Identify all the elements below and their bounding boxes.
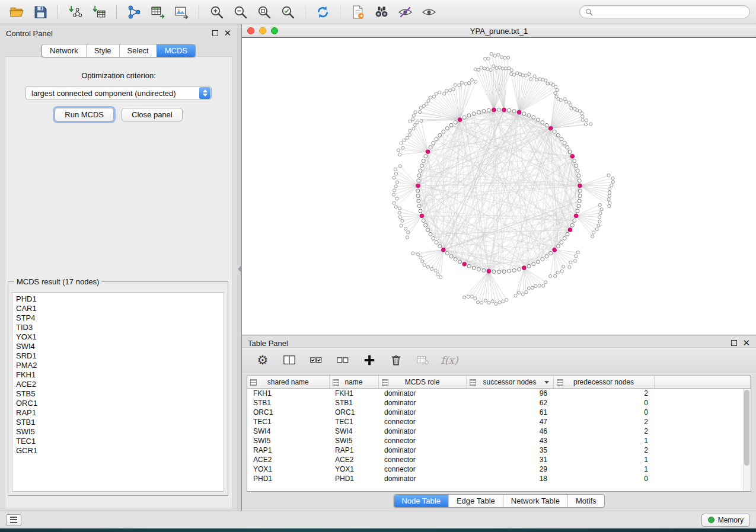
- fx-icon: f(x): [441, 354, 458, 366]
- select-all-columns-button[interactable]: [307, 351, 325, 369]
- table-cell: PHD1: [247, 474, 329, 483]
- tab-edge-table[interactable]: Edge Table: [448, 495, 503, 507]
- column-header-mcds-role[interactable]: MCDS role: [378, 376, 466, 389]
- mcds-result-item[interactable]: STB1: [16, 418, 220, 427]
- mcds-result-item[interactable]: STB5: [16, 389, 220, 399]
- mcds-result-item[interactable]: ORC1: [16, 399, 220, 408]
- zoom-out-button[interactable]: [229, 3, 251, 21]
- collapse-panel-icon[interactable]: [238, 266, 241, 272]
- column-header-shared-name[interactable]: shared name: [247, 376, 329, 389]
- criterion-dropdown[interactable]: largest connected component (undirected): [25, 86, 212, 100]
- mcds-result-item[interactable]: SWI4: [16, 342, 220, 351]
- close-mcds-panel-button[interactable]: Close panel: [122, 108, 183, 121]
- table-scrollbar[interactable]: [743, 389, 751, 491]
- zoom-in-button[interactable]: [206, 3, 227, 21]
- show-graphics-button[interactable]: [418, 3, 439, 21]
- search-network-button[interactable]: [371, 3, 392, 21]
- export-network-button[interactable]: [123, 3, 145, 21]
- search-box[interactable]: [579, 5, 750, 18]
- table-row[interactable]: TEC1TEC1connector472: [247, 417, 751, 427]
- mcds-result-item[interactable]: RAP1: [16, 408, 220, 418]
- float-table-panel-icon[interactable]: [731, 340, 737, 346]
- table-row[interactable]: RAP1RAP1dominator352: [247, 446, 751, 455]
- mcds-result-item[interactable]: PMA2: [16, 361, 220, 370]
- run-mcds-button[interactable]: Run MCDS: [55, 108, 114, 121]
- column-header-name[interactable]: name: [329, 376, 378, 389]
- export-table-button[interactable]: [147, 3, 168, 21]
- table-row[interactable]: STB1STB1dominator620: [247, 398, 751, 408]
- tab-motifs[interactable]: Motifs: [567, 495, 604, 507]
- mcds-result-list[interactable]: PHD1CAR1STP4TID3YOX1SWI4SRD1PMA2FKH1ACE2…: [12, 292, 224, 492]
- delete-table-button[interactable]: [414, 351, 432, 369]
- close-panel-icon[interactable]: ✕: [224, 30, 231, 36]
- mcds-result-item[interactable]: STP4: [16, 313, 220, 323]
- hide-graphics-button[interactable]: [394, 3, 416, 21]
- import-table-button[interactable]: [88, 3, 110, 21]
- tab-style[interactable]: Style: [86, 44, 119, 57]
- column-menu-icon[interactable]: [470, 379, 476, 386]
- search-icon: [585, 8, 593, 16]
- column-menu-icon[interactable]: [557, 379, 563, 386]
- document-share-icon: [350, 5, 365, 20]
- delete-column-button[interactable]: [387, 351, 405, 369]
- zoom-selected-button[interactable]: [277, 3, 298, 21]
- toolbar-separator: [58, 5, 58, 19]
- minimize-window-icon[interactable]: [259, 27, 266, 34]
- table-row[interactable]: PHD1PHD1dominator180: [247, 474, 751, 483]
- column-menu-icon[interactable]: [333, 379, 339, 386]
- create-column-button[interactable]: [361, 351, 378, 369]
- close-table-panel-icon[interactable]: ✕: [742, 340, 750, 346]
- table-settings-button[interactable]: ⚙: [254, 351, 272, 369]
- mcds-result-item[interactable]: CAR1: [16, 304, 220, 313]
- show-columns-button[interactable]: [280, 351, 298, 369]
- column-header-predecessor-nodes[interactable]: predecessor nodes: [553, 376, 654, 389]
- table-row[interactable]: ACE2ACE2connector311: [247, 455, 751, 464]
- mcds-result-item[interactable]: TEC1: [16, 437, 220, 446]
- mcds-result-item[interactable]: SWI5: [16, 427, 220, 437]
- apply-layout-button[interactable]: [312, 3, 333, 21]
- sort-descending-icon[interactable]: [544, 381, 549, 384]
- table-row[interactable]: FKH1FKH1dominator962: [247, 389, 751, 399]
- table-cell: dominator: [378, 389, 466, 399]
- mcds-result-item[interactable]: FKH1: [16, 370, 220, 380]
- mcds-result-item[interactable]: YOX1: [16, 332, 220, 342]
- import-network-button[interactable]: [65, 3, 86, 21]
- tab-select[interactable]: Select: [119, 44, 157, 57]
- open-file-button[interactable]: [6, 3, 27, 21]
- export-image-button[interactable]: [171, 3, 192, 21]
- float-panel-icon[interactable]: [212, 30, 218, 36]
- table-cell: YOX1: [329, 464, 378, 474]
- table-row[interactable]: ORC1ORC1dominator610: [247, 408, 751, 417]
- window-controls: [247, 27, 278, 34]
- mcds-result-item[interactable]: TID3: [16, 323, 220, 332]
- column-header-successor-nodes[interactable]: successor nodes: [466, 376, 553, 389]
- column-menu-icon[interactable]: [382, 379, 388, 386]
- table-row[interactable]: YOX1YOX1connector291: [247, 464, 751, 474]
- close-window-icon[interactable]: [247, 27, 254, 34]
- zoom-fit-button[interactable]: [253, 3, 275, 21]
- mcds-result-item[interactable]: GCR1: [16, 446, 220, 456]
- search-input[interactable]: [596, 7, 744, 17]
- mcds-result-item[interactable]: SRD1: [16, 351, 220, 361]
- vertical-splitter[interactable]: [237, 24, 241, 511]
- network-canvas[interactable]: [242, 38, 756, 335]
- tab-node-table[interactable]: Node Table: [394, 495, 448, 507]
- panel-menu-button[interactable]: [6, 514, 21, 526]
- table-row[interactable]: SWI5SWI5connector431: [247, 436, 751, 446]
- clone-network-button[interactable]: [347, 3, 368, 21]
- tab-network[interactable]: Network: [42, 44, 86, 57]
- deselect-all-columns-button[interactable]: [334, 351, 352, 369]
- function-builder-button[interactable]: f(x): [441, 351, 458, 369]
- table-cell: 18: [466, 474, 553, 483]
- table-cell-filler: [654, 455, 751, 464]
- tab-network-table[interactable]: Network Table: [503, 495, 567, 507]
- memory-button[interactable]: Memory: [701, 514, 750, 527]
- column-menu-icon[interactable]: [250, 379, 257, 386]
- scrollbar-thumb[interactable]: [744, 390, 749, 466]
- mcds-result-item[interactable]: PHD1: [16, 294, 220, 304]
- mcds-result-item[interactable]: ACE2: [16, 380, 220, 389]
- table-row[interactable]: SWI4SWI4dominator462: [247, 427, 751, 436]
- save-session-button[interactable]: [30, 3, 51, 21]
- tab-mcds[interactable]: MCDS: [157, 44, 195, 57]
- maximize-window-icon[interactable]: [271, 27, 278, 34]
